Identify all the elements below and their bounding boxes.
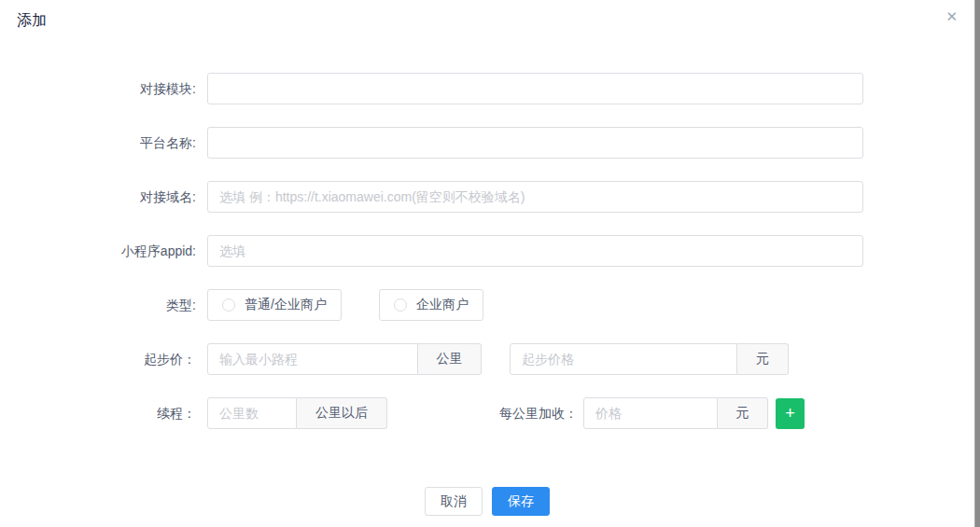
- min-distance-group: 公里: [207, 343, 482, 375]
- field-row-base-price: 起步价： 公里 元: [0, 343, 974, 375]
- platform-name-label: 平台名称:: [0, 127, 196, 159]
- base-price-label: 起步价：: [0, 343, 196, 375]
- base-price-input[interactable]: [510, 343, 737, 375]
- field-row-continuation: 续程： 公里以后 每公里加收： 元 +: [0, 397, 974, 429]
- yuan-unit-addon: 元: [737, 343, 789, 375]
- field-row-module: 对接模块:: [0, 73, 974, 104]
- radio-option-label: 企业商户: [416, 297, 469, 313]
- vertical-scrollbar[interactable]: [974, 0, 980, 527]
- save-button[interactable]: 保存: [492, 487, 550, 516]
- appid-input[interactable]: [207, 235, 863, 267]
- radio-circle-icon[interactable]: [394, 298, 407, 312]
- continuation-km-input[interactable]: [207, 397, 297, 429]
- plus-icon: +: [785, 405, 795, 422]
- page-title: 添加: [17, 11, 47, 31]
- domain-input[interactable]: [207, 181, 863, 213]
- per-km-price-group: 元: [583, 397, 768, 429]
- min-distance-input[interactable]: [207, 343, 418, 375]
- type-label: 类型:: [0, 289, 196, 321]
- radio-option-normal-merchant[interactable]: 普通/企业商户: [207, 289, 342, 321]
- per-km-surcharge-label: 每公里加收：: [499, 397, 578, 429]
- continuation-km-group: 公里以后: [207, 397, 387, 429]
- per-km-price-input[interactable]: [583, 397, 718, 429]
- appid-label: 小程序appid:: [0, 235, 196, 267]
- module-input[interactable]: [207, 73, 863, 104]
- yuan-unit-addon: 元: [718, 397, 768, 429]
- continuation-label: 续程：: [0, 397, 196, 429]
- field-row-platform: 平台名称:: [0, 127, 974, 159]
- add-tier-button[interactable]: +: [776, 398, 805, 429]
- field-row-type: 类型: 普通/企业商户 企业商户: [0, 289, 974, 321]
- field-row-appid: 小程序appid:: [0, 235, 974, 267]
- kilometer-unit-addon: 公里: [418, 343, 482, 375]
- radio-circle-icon[interactable]: [222, 298, 235, 312]
- module-label: 对接模块:: [0, 73, 196, 104]
- dialog-footer: 取消 保存: [0, 487, 974, 516]
- close-icon[interactable]: ✕: [945, 9, 958, 23]
- cancel-button[interactable]: 取消: [425, 487, 483, 516]
- platform-name-input[interactable]: [207, 127, 863, 159]
- radio-option-label: 普通/企业商户: [245, 297, 327, 313]
- field-row-domain: 对接域名:: [0, 181, 974, 213]
- add-form: 对接模块: 平台名称: 对接域名: 小程序appid: 类型: 普通/企业商户: [0, 73, 974, 451]
- domain-label: 对接域名:: [0, 181, 196, 213]
- base-price-group: 元: [510, 343, 789, 375]
- radio-option-enterprise-merchant[interactable]: 企业商户: [379, 289, 483, 321]
- km-after-unit-addon: 公里以后: [297, 397, 387, 429]
